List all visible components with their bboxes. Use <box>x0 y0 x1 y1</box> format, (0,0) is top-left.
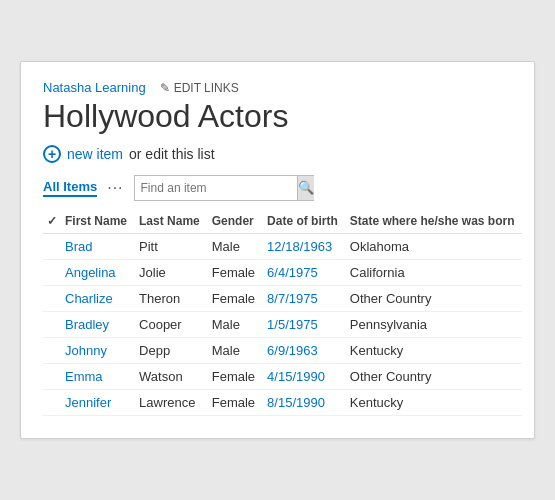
cell-dob[interactable]: 12/18/1963 <box>263 233 346 259</box>
cell-check <box>43 389 61 415</box>
col-last-name: Last Name <box>135 209 208 234</box>
cell-state: Pennsylvania <box>346 311 523 337</box>
cell-check <box>43 363 61 389</box>
breadcrumb-row: Natasha Learning ✎ EDIT LINKS <box>43 80 512 95</box>
site-link[interactable]: Natasha Learning <box>43 80 146 95</box>
cell-state: Kentucky <box>346 337 523 363</box>
cell-dob[interactable]: 6/4/1975 <box>263 259 346 285</box>
col-first-name: First Name <box>61 209 135 234</box>
cell-state: Kentucky <box>346 389 523 415</box>
table-row: Johnny Depp Male 6/9/1963 Kentucky <box>43 337 522 363</box>
cell-check <box>43 285 61 311</box>
cell-check <box>43 311 61 337</box>
cell-dob[interactable]: 8/7/1975 <box>263 285 346 311</box>
actors-table: ✓ First Name Last Name Gender Date of bi… <box>43 209 522 416</box>
cell-gender: Female <box>208 259 263 285</box>
table-body: Brad Pitt Male 12/18/1963 Oklahoma Angel… <box>43 233 522 415</box>
cell-gender: Male <box>208 337 263 363</box>
search-input[interactable] <box>135 176 297 200</box>
cell-first-name[interactable]: Angelina <box>61 259 135 285</box>
edit-links-label: EDIT LINKS <box>174 81 239 95</box>
cell-dob[interactable]: 8/15/1990 <box>263 389 346 415</box>
cell-first-name[interactable]: Charlize <box>61 285 135 311</box>
col-check: ✓ <box>43 209 61 234</box>
table-row: Bradley Cooper Male 1/5/1975 Pennsylvani… <box>43 311 522 337</box>
cell-first-name[interactable]: Bradley <box>61 311 135 337</box>
cell-last-name: Depp <box>135 337 208 363</box>
cell-gender: Male <box>208 311 263 337</box>
cell-gender: Female <box>208 363 263 389</box>
new-item-row: + new item or edit this list <box>43 145 512 163</box>
table-row: Angelina Jolie Female 6/4/1975 Californi… <box>43 259 522 285</box>
new-item-link[interactable]: new item <box>67 146 123 162</box>
cell-gender: Female <box>208 389 263 415</box>
cell-last-name: Watson <box>135 363 208 389</box>
cell-first-name[interactable]: Brad <box>61 233 135 259</box>
cell-last-name: Jolie <box>135 259 208 285</box>
col-gender: Gender <box>208 209 263 234</box>
table-row: Brad Pitt Male 12/18/1963 Oklahoma <box>43 233 522 259</box>
cell-state: Oklahoma <box>346 233 523 259</box>
edit-links-button[interactable]: ✎ EDIT LINKS <box>160 81 239 95</box>
page-title: Hollywood Actors <box>43 99 512 134</box>
cell-first-name[interactable]: Emma <box>61 363 135 389</box>
cell-first-name[interactable]: Jennifer <box>61 389 135 415</box>
col-dob: Date of birth <box>263 209 346 234</box>
cell-last-name: Theron <box>135 285 208 311</box>
table-header: ✓ First Name Last Name Gender Date of bi… <box>43 209 522 234</box>
cell-first-name[interactable]: Johnny <box>61 337 135 363</box>
search-box: 🔍 <box>134 175 314 201</box>
cell-dob[interactable]: 6/9/1963 <box>263 337 346 363</box>
cell-dob[interactable]: 4/15/1990 <box>263 363 346 389</box>
cell-check <box>43 233 61 259</box>
cell-state: Other Country <box>346 363 523 389</box>
or-text: or edit this list <box>129 146 215 162</box>
table-row: Emma Watson Female 4/15/1990 Other Count… <box>43 363 522 389</box>
edit-icon: ✎ <box>160 81 170 95</box>
table-row: Charlize Theron Female 8/7/1975 Other Co… <box>43 285 522 311</box>
table-row: Jennifer Lawrence Female 8/15/1990 Kentu… <box>43 389 522 415</box>
cell-gender: Female <box>208 285 263 311</box>
search-button[interactable]: 🔍 <box>297 176 314 200</box>
new-item-plus[interactable]: + <box>43 145 61 163</box>
cell-check <box>43 337 61 363</box>
main-card: Natasha Learning ✎ EDIT LINKS Hollywood … <box>20 61 535 438</box>
col-state: State where he/she was born <box>346 209 523 234</box>
cell-check <box>43 259 61 285</box>
cell-last-name: Pitt <box>135 233 208 259</box>
cell-last-name: Cooper <box>135 311 208 337</box>
cell-gender: Male <box>208 233 263 259</box>
cell-dob[interactable]: 1/5/1975 <box>263 311 346 337</box>
cell-state: California <box>346 259 523 285</box>
all-items-button[interactable]: All Items <box>43 179 97 197</box>
cell-state: Other Country <box>346 285 523 311</box>
cell-last-name: Lawrence <box>135 389 208 415</box>
more-button[interactable]: ··· <box>107 179 123 197</box>
toolbar-row: All Items ··· 🔍 <box>43 175 512 201</box>
